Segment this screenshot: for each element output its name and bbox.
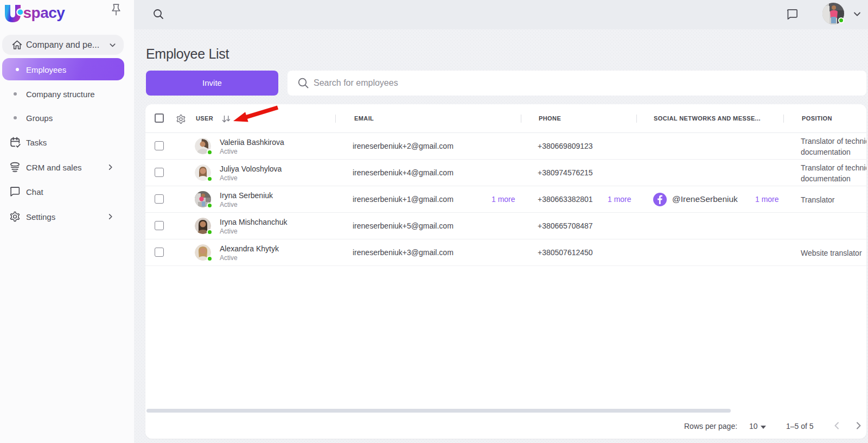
- svg-text:spacy: spacy: [23, 4, 66, 21]
